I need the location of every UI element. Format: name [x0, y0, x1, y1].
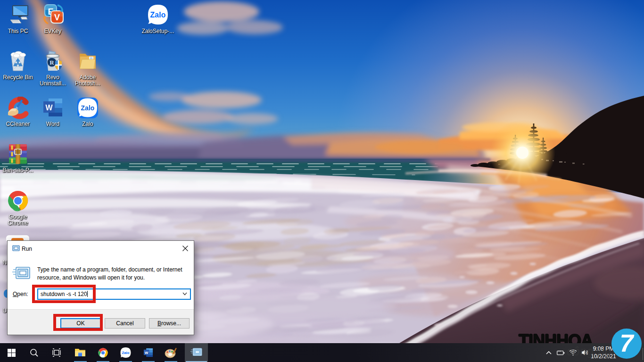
svg-text:Zalo: Zalo: [122, 351, 129, 355]
svg-text:W: W: [145, 350, 149, 354]
svg-text:Zalo: Zalo: [150, 11, 166, 19]
svg-text:W: W: [45, 104, 53, 112]
svg-text:R: R: [50, 59, 54, 66]
svg-text:V: V: [54, 13, 60, 22]
svg-text:Zalo: Zalo: [81, 104, 95, 112]
